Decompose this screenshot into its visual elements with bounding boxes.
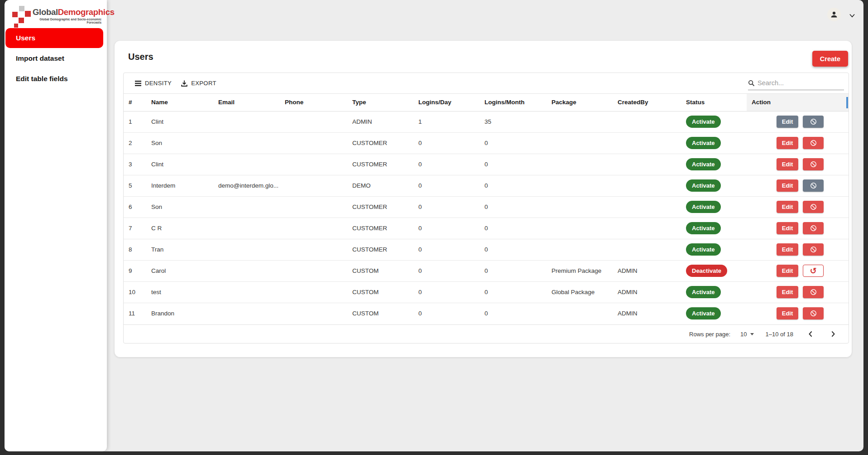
cell-type: DEMO <box>347 175 413 196</box>
user-menu-button[interactable] <box>827 7 857 22</box>
cell-status: Activate <box>681 111 747 132</box>
cell-logins-month: 0 <box>480 281 547 303</box>
export-button[interactable]: EXPORT <box>176 77 221 90</box>
cell-name: Brandon <box>146 303 213 324</box>
edit-button[interactable]: Edit <box>777 158 798 170</box>
secondary-action-button[interactable]: ↺ <box>803 116 824 128</box>
column-header-package: Package <box>547 94 613 111</box>
ban-icon <box>810 289 817 295</box>
create-button[interactable]: Create <box>812 51 848 67</box>
cell-email: demo@interdem.glo... <box>213 175 280 196</box>
search-input[interactable] <box>758 79 844 87</box>
status-toggle-button[interactable]: Activate <box>686 116 721 128</box>
sidebar-item-edit-table-fields[interactable]: Edit table fields <box>5 69 103 89</box>
cell-phone <box>280 260 347 281</box>
cell-name: Son <box>146 132 213 154</box>
cell-logins-day: 0 <box>413 132 480 154</box>
secondary-action-button[interactable]: ↺ <box>803 286 824 298</box>
edit-button[interactable]: Edit <box>777 307 798 319</box>
cell-num: 3 <box>124 154 146 175</box>
edit-button[interactable]: Edit <box>777 222 798 234</box>
cell-logins-day: 0 <box>413 175 480 196</box>
table-row: 2 Son CUSTOMER 0 0 Activate Edit ↺ <box>124 132 849 154</box>
edit-button[interactable]: Edit <box>777 137 798 149</box>
cell-logins-month: 0 <box>480 303 547 324</box>
status-toggle-button[interactable]: Activate <box>686 222 721 234</box>
sidebar-item-users[interactable]: Users <box>5 28 103 48</box>
secondary-action-button[interactable]: ↺ <box>803 158 824 170</box>
cell-num: 1 <box>124 111 146 132</box>
rows-per-page-select[interactable]: 10 <box>740 331 753 338</box>
secondary-action-button[interactable]: ↺ <box>803 201 824 213</box>
column-header-type: Type <box>347 94 413 111</box>
status-toggle-button[interactable]: Deactivate <box>686 265 727 277</box>
density-button[interactable]: DENSITY <box>130 77 176 89</box>
status-toggle-button[interactable]: Activate <box>686 286 721 298</box>
status-toggle-button[interactable]: Activate <box>686 307 721 319</box>
cell-action: Edit ↺ <box>747 111 849 132</box>
cell-createdby <box>613 218 681 239</box>
table-row: 6 Son CUSTOMER 0 0 Activate Edit ↺ <box>124 196 849 218</box>
cell-type: CUSTOMER <box>347 196 413 218</box>
cell-status: Deactivate <box>681 260 747 281</box>
secondary-action-button[interactable]: ↺ <box>803 222 824 234</box>
search-icon <box>748 80 755 87</box>
pagination-bar: Rows per page: 10 1–10 of 18 <box>124 324 849 343</box>
cell-email <box>213 111 280 132</box>
secondary-action-button[interactable]: ↺ <box>803 137 824 149</box>
download-icon <box>181 80 188 87</box>
cell-package <box>547 239 613 260</box>
secondary-action-button[interactable]: ↺ <box>803 307 824 319</box>
secondary-action-button[interactable]: ↺ <box>803 243 824 256</box>
cell-email <box>213 303 280 324</box>
cell-phone <box>280 218 347 239</box>
cell-logins-day: 0 <box>413 218 480 239</box>
cell-status: Activate <box>681 154 747 175</box>
table-toolbar: DENSITY EXPORT <box>124 73 849 94</box>
cell-package: Global Package <box>547 281 613 303</box>
secondary-action-button[interactable]: ↺ <box>803 265 824 277</box>
previous-page-button[interactable] <box>805 329 816 339</box>
secondary-action-button[interactable]: ↺ <box>803 179 824 192</box>
scrollbar-thumb[interactable] <box>846 97 848 108</box>
brand-logo: GlobalDemographics Global Demographic an… <box>11 5 101 28</box>
cell-num: 6 <box>124 196 146 218</box>
table-row: 5 Interdem demo@interdem.glo... DEMO 0 0… <box>124 175 849 196</box>
cell-phone <box>280 154 347 175</box>
cell-logins-month: 0 <box>480 175 547 196</box>
cell-type: CUSTOM <box>347 260 413 281</box>
cell-package <box>547 175 613 196</box>
edit-button[interactable]: Edit <box>777 179 798 192</box>
status-toggle-button[interactable]: Activate <box>686 201 721 213</box>
column-header-createdby: CreatedBy <box>613 94 681 111</box>
column-header-phone: Phone <box>280 94 347 111</box>
cell-logins-day: 0 <box>413 196 480 218</box>
table-row: 3 Clint CUSTOMER 0 0 Activate Edit ↺ <box>124 154 849 175</box>
edit-button[interactable]: Edit <box>777 116 798 128</box>
sidebar-item-import-dataset[interactable]: Import dataset <box>5 48 103 68</box>
status-toggle-button[interactable]: Activate <box>686 243 721 256</box>
cell-phone <box>280 132 347 154</box>
ban-icon <box>810 203 817 210</box>
ban-icon <box>810 310 817 317</box>
app-viewport: GlobalDemographics Global Demographic an… <box>5 0 863 451</box>
edit-button[interactable]: Edit <box>777 265 798 277</box>
ban-icon <box>810 118 817 125</box>
edit-button[interactable]: Edit <box>777 201 798 213</box>
cell-createdby <box>613 196 681 218</box>
cell-logins-month: 0 <box>480 260 547 281</box>
column-header-name: Name <box>146 94 213 111</box>
cell-type: CUSTOMER <box>347 218 413 239</box>
edit-button[interactable]: Edit <box>777 243 798 256</box>
cell-phone <box>280 111 347 132</box>
cell-action: Edit ↺ <box>747 154 849 175</box>
status-toggle-button[interactable]: Activate <box>686 158 721 170</box>
ban-icon <box>810 161 817 168</box>
cell-num: 8 <box>124 239 146 260</box>
next-page-button[interactable] <box>828 329 839 339</box>
status-toggle-button[interactable]: Activate <box>686 179 721 192</box>
cell-action: Edit ↺ <box>747 218 849 239</box>
edit-button[interactable]: Edit <box>777 286 798 298</box>
cell-action: Edit ↺ <box>747 303 849 324</box>
status-toggle-button[interactable]: Activate <box>686 137 721 149</box>
